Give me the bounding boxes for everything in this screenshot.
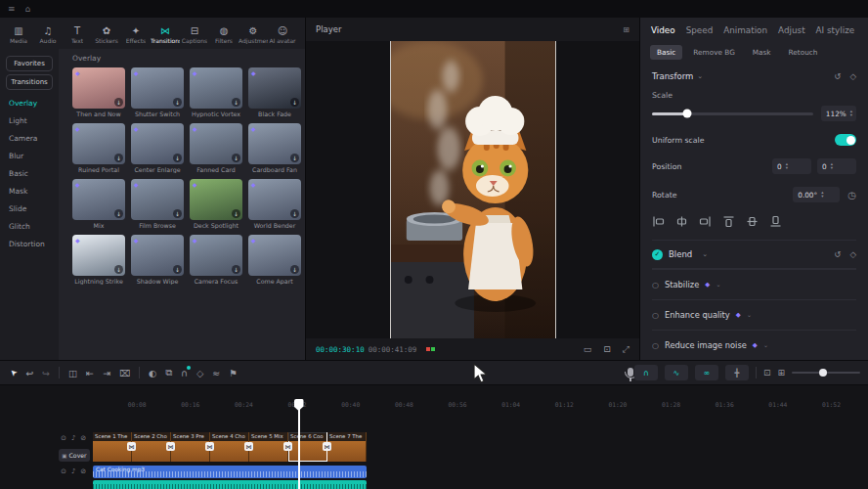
effect-checkbox[interactable]: ○ (652, 281, 659, 289)
keyframe-icon[interactable]: ◇ (196, 368, 203, 378)
library-toolbar-item[interactable]: T Text (63, 20, 92, 49)
transition-marker-icon[interactable]: ⋈ (244, 442, 253, 451)
align-bottom-icon[interactable] (769, 215, 782, 228)
video-clip[interactable]: Scene 4 Cho (210, 432, 249, 462)
sidebar-category[interactable]: Slide (0, 200, 59, 217)
sidebar-category[interactable]: Distortion (0, 235, 59, 252)
effect-toggle-row[interactable]: ○ Stabilize ◆ ⌄ (652, 269, 856, 299)
library-toolbar-item[interactable]: ⚙ Adjustment (239, 20, 268, 49)
library-toolbar-item[interactable]: ⋈ Transitions (151, 20, 180, 49)
transition-item[interactable]: ◆ ↓ Black Fade (248, 67, 301, 123)
sidebar-category[interactable]: Basic (0, 164, 59, 182)
toggle-visibility-icon[interactable]: ⊙ (61, 467, 66, 475)
inspector-tab[interactable]: Animation (723, 25, 767, 35)
mute-track-icon[interactable]: ♪ (71, 467, 75, 475)
transition-marker-icon[interactable]: ⋈ (205, 442, 214, 451)
undo-icon[interactable]: ↩ (25, 368, 33, 378)
canvas-ratio-icon[interactable]: ▭ (584, 344, 592, 355)
keyframe-icon[interactable]: ◇ (849, 71, 856, 81)
effect-checkbox[interactable]: ○ (652, 341, 659, 350)
inspector-tab[interactable]: AI stylize (816, 25, 855, 35)
library-toolbar-item[interactable]: ◍ Filters (209, 20, 239, 49)
rotate-stepper[interactable]: 0.00° ▴▾ (793, 187, 840, 202)
main-track-magnet-toggle[interactable]: ∩ (634, 365, 658, 380)
download-icon[interactable]: ↓ (232, 265, 240, 274)
download-icon[interactable]: ↓ (290, 265, 299, 274)
download-icon[interactable]: ↓ (114, 98, 123, 107)
fit-preview-icon[interactable]: ⊡ (603, 344, 611, 355)
sidebar-category[interactable]: Glitch (0, 217, 59, 235)
transition-item[interactable]: ◆ ↓ World Bender (248, 179, 301, 235)
preview-quality-icon[interactable] (426, 347, 435, 351)
split-icon[interactable]: ◫ (68, 368, 77, 378)
align-top-icon[interactable] (722, 215, 735, 228)
marker-flag-icon[interactable]: ⚑ (229, 368, 238, 378)
transition-item[interactable]: ◆ ↓ Cardboard Fan (248, 123, 301, 179)
download-icon[interactable]: ↓ (173, 154, 182, 162)
video-clip[interactable]: Scene 7 The (327, 432, 367, 462)
library-toolbar-item[interactable]: ⊟ Captions (180, 20, 209, 49)
position-y-stepper[interactable]: 0 ▴▾ (817, 158, 856, 174)
sidebar-pinned-button[interactable]: Favorites (6, 56, 53, 71)
inspector-subtab[interactable]: Retouch (782, 45, 825, 60)
fit-timeline-icon[interactable]: ⊡ (763, 368, 771, 378)
redo-icon[interactable]: ↪ (42, 368, 50, 378)
effect-toggle-row[interactable]: ○ Reduce image noise ◆ ⌄ (652, 330, 856, 360)
music-clip[interactable] (93, 480, 367, 489)
download-icon[interactable]: ↓ (290, 154, 299, 162)
inspector-tab[interactable]: Video (651, 25, 675, 35)
player-menu-icon[interactable]: ⊞ (623, 25, 629, 34)
transition-marker-icon[interactable]: ⋈ (166, 442, 175, 451)
transition-item[interactable]: ◆ ↓ Shutter Switch (131, 67, 184, 123)
download-icon[interactable]: ↓ (114, 265, 123, 274)
library-toolbar-item[interactable]: ♫ Audio (33, 20, 63, 49)
download-icon[interactable]: ↓ (173, 265, 182, 274)
audio-clip[interactable]: Cat Cooking.mp3 (93, 466, 367, 478)
transition-item[interactable]: ◆ ↓ Film Browse (131, 179, 184, 235)
transition-item[interactable]: ◆ ↓ Hypnotic Vortex (190, 67, 242, 123)
keyframe-icon[interactable]: ◇ (849, 249, 856, 259)
sidebar-category[interactable]: Light (0, 111, 59, 129)
inspector-subtab[interactable]: Mask (746, 45, 778, 60)
transition-marker-icon[interactable]: ⋈ (127, 442, 136, 451)
download-icon[interactable]: ↓ (173, 209, 182, 218)
blend-checkbox[interactable]: ✓ (652, 249, 663, 260)
sidebar-category[interactable]: Mask (0, 182, 59, 200)
link-toggle[interactable]: ∞ (695, 365, 718, 380)
effect-toggle-row[interactable]: ○ Enhance quality ◆ ⌄ (652, 299, 856, 330)
crop-icon[interactable]: ⧉ (165, 367, 172, 378)
timeline-zoom-slider[interactable] (792, 372, 860, 374)
library-toolbar-item[interactable]: ✿ Stickers (92, 20, 121, 49)
transition-item[interactable]: ◆ ↓ Lightning Strike (72, 235, 125, 290)
transition-item[interactable]: ◆ ↓ Shadow Wipe (131, 235, 184, 290)
position-x-stepper[interactable]: 0 ▴▾ (772, 158, 811, 174)
timeline[interactable]: 00:0800:1600:2400:3200:4000:4800:5601:04… (0, 385, 868, 489)
download-icon[interactable]: ↓ (232, 154, 240, 162)
library-toolbar-item[interactable]: ✦ Effects (121, 20, 151, 49)
transition-item[interactable]: ◆ ↓ Ruined Portal (72, 123, 125, 179)
magnet-icon[interactable]: ∩ (181, 368, 188, 378)
transition-item[interactable]: ◆ ↓ Camera Focus (190, 235, 242, 290)
download-icon[interactable]: ↓ (232, 209, 240, 218)
fullscreen-icon[interactable]: ⤢ (623, 344, 629, 355)
align-left-icon[interactable] (652, 215, 665, 228)
playhead[interactable] (298, 399, 300, 489)
transition-item[interactable]: ◆ ↓ Then and Now (72, 67, 125, 123)
library-toolbar-item[interactable]: ☺ AI avatar (268, 20, 297, 49)
transition-item[interactable]: ◆ ↓ Center Enlarge (131, 123, 184, 179)
transition-marker-icon[interactable]: ⋈ (323, 442, 331, 451)
transition-marker-icon[interactable]: ⋈ (283, 442, 292, 451)
video-clip[interactable]: Scene 6 Coo (288, 432, 327, 462)
download-icon[interactable]: ↓ (290, 209, 299, 218)
cover-button[interactable]: ▣ Cover (59, 449, 90, 462)
uniform-scale-toggle[interactable] (835, 134, 856, 146)
timeline-ruler[interactable]: 00:0800:1600:2400:3200:4000:4800:5601:04… (93, 401, 868, 411)
video-clip[interactable]: Scene 2 Cho (132, 432, 171, 462)
download-icon[interactable]: ↓ (173, 98, 182, 107)
align-right-icon[interactable] (699, 215, 712, 228)
transition-item[interactable]: ◆ ↓ Deck Spotlight (190, 179, 242, 235)
lock-track-icon[interactable]: ⊘ (80, 467, 86, 475)
select-tool-icon[interactable]: ➤ (8, 367, 20, 378)
auto-snap-toggle[interactable]: ∿ (665, 365, 688, 380)
trim-right-icon[interactable]: ⇥ (103, 368, 110, 378)
